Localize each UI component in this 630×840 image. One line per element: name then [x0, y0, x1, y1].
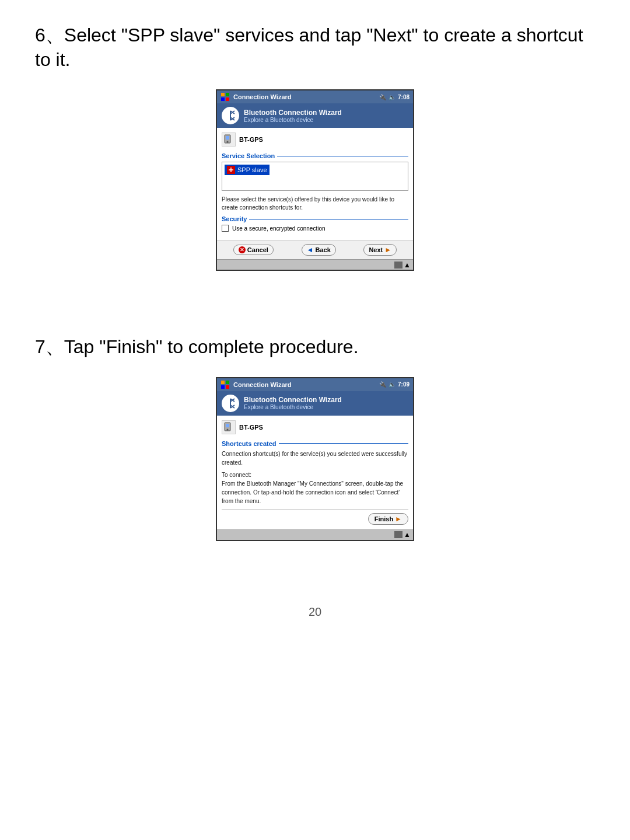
next-icon: ► — [384, 246, 391, 254]
taskbar-keyboard-icon-7 — [394, 531, 402, 538]
antenna-icon-7: 🔌 — [379, 381, 386, 388]
spp-slave-item[interactable]: SPP slave — [225, 165, 270, 175]
security-row: Use a secure, encrypted connection — [222, 225, 408, 232]
shortcuts-text-2: To connect: From the Bluetooth Manager "… — [222, 470, 408, 506]
service-item-icon — [227, 166, 235, 174]
svg-rect-15 — [221, 381, 225, 384]
svg-rect-26 — [226, 424, 229, 427]
back-button-6[interactable]: ◄ Back — [302, 244, 336, 256]
svg-point-10 — [227, 141, 229, 143]
security-section-line — [249, 219, 408, 219]
security-section-label: Security — [222, 215, 408, 222]
service-description: Please select the service(s) offered by … — [222, 196, 408, 212]
taskbar-keyboard-icon — [394, 262, 402, 269]
encrypt-label: Use a secure, encrypted connection — [232, 225, 326, 232]
shortcuts-section-label: Shortcuts created — [222, 440, 408, 447]
spp-slave-label: SPP slave — [237, 166, 267, 173]
wizard-header-6: Bluetooth Connection Wizard Explore a Bl… — [217, 103, 413, 128]
button-bar-6: ✕ Cancel ◄ Back Next ► — [217, 240, 413, 259]
device-name-7: BT-GPS — [239, 424, 263, 431]
svg-rect-1 — [226, 93, 229, 96]
volume-icon: 🔈 — [388, 94, 396, 100]
step-7-instruction: 7、Tap "Finish" to complete procedure. — [35, 335, 595, 360]
device-icon-7 — [222, 420, 236, 434]
service-section-label: Service Selection — [222, 152, 408, 159]
device-row-6: BT-GPS — [222, 131, 408, 148]
windows-mobile-icon — [220, 92, 230, 102]
shortcuts-text-1: Connection shortcut(s) for the service(s… — [222, 449, 408, 467]
taskbar-6: ▲ — [217, 259, 413, 270]
wizard-title-6: Bluetooth Connection Wizard — [244, 109, 342, 117]
security-label-text: Security — [222, 215, 247, 222]
cancel-icon: ✕ — [239, 246, 246, 253]
device-icon-6 — [222, 133, 236, 147]
svg-rect-17 — [221, 385, 225, 389]
antenna-icon: 🔌 — [379, 94, 386, 100]
svg-rect-3 — [226, 97, 229, 101]
service-section-line — [277, 156, 408, 156]
step-6: 6、Select "SPP slave" services and tap "N… — [35, 23, 595, 306]
step-7: 7、Tap "Finish" to complete procedure. Co… — [35, 335, 595, 576]
title-bar-icons-7: 🔌 🔈 7:09 — [379, 381, 410, 388]
taskbar-arrow-icon-7: ▲ — [404, 531, 411, 539]
wizard-body-6: BT-GPS Service Selection — [217, 128, 413, 240]
svg-rect-11 — [226, 136, 229, 140]
finish-row: Finish ► — [222, 509, 408, 526]
title-bar-6: Connection Wizard 🔌 🔈 7:08 — [217, 90, 413, 103]
svg-rect-18 — [226, 385, 229, 389]
title-bar-text-7: Connection Wizard — [233, 381, 376, 388]
service-list: SPP slave — [222, 162, 408, 191]
device-name-6: BT-GPS — [239, 136, 263, 143]
taskbar-7: ▲ — [217, 529, 413, 540]
encrypt-checkbox[interactable] — [222, 225, 229, 232]
wizard-title-7: Bluetooth Connection Wizard — [244, 396, 342, 404]
wizard-header-7: Bluetooth Connection Wizard Explore a Bl… — [217, 391, 413, 416]
finish-label: Finish — [374, 515, 393, 522]
finish-button[interactable]: Finish ► — [368, 513, 408, 525]
wizard-header-text-7: Bluetooth Connection Wizard Explore a Bl… — [244, 396, 342, 410]
step-7-device-screenshot: Connection Wizard 🔌 🔈 7:09 — [216, 377, 414, 541]
back-label: Back — [315, 246, 330, 253]
title-bar-7: Connection Wizard 🔌 🔈 7:09 — [217, 378, 413, 391]
wizard-subtitle-6: Explore a Bluetooth device — [244, 117, 342, 123]
service-label-text: Service Selection — [222, 152, 275, 159]
svg-point-25 — [227, 428, 229, 430]
next-button-6[interactable]: Next ► — [363, 244, 397, 256]
svg-rect-0 — [221, 93, 225, 96]
svg-rect-2 — [221, 97, 225, 101]
cancel-button-6[interactable]: ✕ Cancel — [233, 245, 274, 255]
step-6-screenshot-container: Connection Wizard 🔌 🔈 7:08 — [35, 89, 595, 306]
svg-rect-16 — [226, 381, 229, 384]
shortcuts-label-text: Shortcuts created — [222, 440, 276, 447]
bluetooth-circle-icon-6 — [222, 107, 239, 124]
wizard-header-text-6: Bluetooth Connection Wizard Explore a Bl… — [244, 109, 342, 123]
volume-icon-7: 🔈 — [388, 381, 396, 388]
time-7: 7:09 — [398, 381, 410, 388]
next-label: Next — [369, 246, 383, 253]
step-6-device-screenshot: Connection Wizard 🔌 🔈 7:08 — [216, 89, 414, 271]
cancel-label: Cancel — [247, 246, 268, 253]
device-row-7: BT-GPS — [222, 419, 408, 435]
step-6-instruction: 6、Select "SPP slave" services and tap "N… — [35, 23, 595, 72]
bluetooth-circle-icon-7 — [222, 395, 239, 412]
title-bar-text-6: Connection Wizard — [233, 93, 376, 100]
shortcuts-section-line — [279, 443, 408, 444]
step-7-screenshot-container: Connection Wizard 🔌 🔈 7:09 — [35, 377, 595, 576]
back-icon: ◄ — [307, 246, 314, 254]
taskbar-arrow-icon: ▲ — [404, 261, 411, 269]
wizard-body-7: BT-GPS Shortcuts created Connection shor… — [217, 416, 413, 529]
page-number: 20 — [35, 605, 595, 619]
windows-mobile-icon-7 — [220, 380, 230, 389]
time-6: 7:08 — [398, 94, 410, 100]
title-bar-icons-6: 🔌 🔈 7:08 — [379, 94, 410, 100]
wizard-subtitle-7: Explore a Bluetooth device — [244, 404, 342, 410]
finish-icon: ► — [395, 515, 402, 523]
